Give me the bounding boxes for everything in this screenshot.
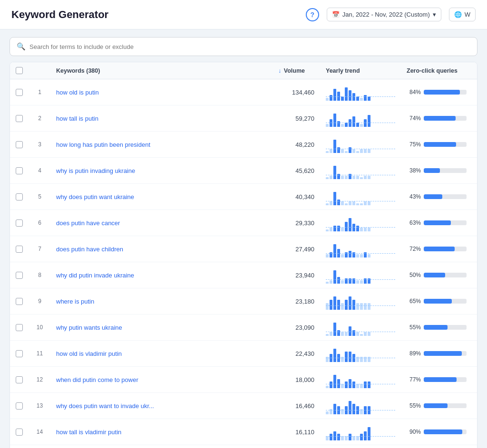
- trend-bar: [368, 176, 370, 179]
- row-checkbox[interactable]: [16, 298, 23, 305]
- zero-click-bar-bg: [424, 194, 467, 199]
- trend-bar: [330, 300, 332, 310]
- zero-click-bar-bg: [424, 429, 467, 434]
- trend-bar: [345, 123, 348, 127]
- row-checkbox[interactable]: [16, 115, 23, 122]
- row-checkbox[interactable]: [16, 219, 23, 227]
- calendar-icon: 📅: [332, 11, 340, 18]
- keyword-link[interactable]: where is putin: [56, 298, 94, 305]
- trend-cell: [320, 288, 401, 315]
- table-row: 7does putin have children27,49072%: [10, 236, 477, 262]
- keyword-link[interactable]: does putin have children: [56, 246, 123, 253]
- row-checkbox[interactable]: [16, 167, 23, 174]
- trend-bar: [368, 115, 370, 127]
- trend-bar: [368, 381, 370, 388]
- zero-click-pct: 50%: [407, 272, 421, 278]
- zero-click-pct: 77%: [407, 376, 421, 383]
- trend-bar: [326, 98, 329, 101]
- trend-bar: [337, 300, 340, 310]
- trend-bar: [360, 384, 363, 388]
- region-picker[interactable]: 🌐 W: [449, 8, 476, 21]
- trend-bar: [337, 147, 340, 153]
- keyword-link[interactable]: why did putin invade ukraine: [56, 272, 134, 279]
- trend-cell: [320, 419, 401, 445]
- zero-click-cell: 38%: [401, 158, 477, 184]
- trend-dashed-line: [326, 175, 395, 175]
- keyword-link[interactable]: how old is putin: [56, 89, 99, 96]
- trend-bar: [333, 296, 336, 310]
- trend-bar: [330, 434, 332, 440]
- trend-bar: [326, 151, 329, 153]
- trend-bar: [356, 176, 359, 179]
- keyword-link[interactable]: why is putin invading ukraine: [56, 167, 135, 174]
- row-number: 5: [29, 184, 50, 210]
- search-input[interactable]: [29, 43, 470, 50]
- row-checkbox[interactable]: [16, 193, 23, 200]
- zero-click-bar-fill: [424, 116, 456, 121]
- keyword-link[interactable]: how tall is vladimir putin: [56, 429, 121, 436]
- date-range-picker[interactable]: 📅 Jan, 2022 - Nov, 2022 (Custom) ▾: [327, 8, 441, 21]
- app-header: Keyword Generator ? 📅 Jan, 2022 - Nov, 2…: [0, 0, 487, 29]
- trend-bar: [349, 251, 351, 257]
- keywords-col-header[interactable]: Keywords (380): [50, 62, 273, 79]
- trend-bar: [333, 166, 336, 179]
- volume-value: 16,110: [273, 419, 320, 445]
- trend-bar: [349, 147, 351, 153]
- trend-bar: [330, 201, 332, 205]
- trend-cell: [320, 341, 401, 367]
- volume-value: 29,330: [273, 210, 320, 236]
- table-row: 9where is putin23,18065%: [10, 288, 477, 315]
- trend-bar: [341, 96, 344, 101]
- row-checkbox[interactable]: [16, 324, 23, 331]
- zero-click-cell: 74%: [401, 105, 477, 132]
- zero-click-pct: 75%: [407, 141, 421, 148]
- volume-value: 15,300: [273, 445, 320, 448]
- trend-bar: [368, 332, 370, 336]
- keyword-link[interactable]: how long has putin been president: [56, 141, 150, 148]
- row-checkbox[interactable]: [16, 272, 23, 279]
- trend-bar: [330, 381, 332, 388]
- trend-bar: [356, 384, 359, 388]
- trend-bar: [333, 192, 336, 205]
- trend-bar: [326, 282, 329, 284]
- zero-click-cell: 63%: [401, 210, 477, 236]
- trend-cell: [320, 445, 401, 448]
- trend-bar: [352, 300, 355, 310]
- globe-icon: 🌐: [454, 11, 462, 18]
- keyword-link[interactable]: how old is vladimir putin: [56, 350, 122, 357]
- trend-bar: [349, 326, 351, 336]
- trend-bar: [352, 176, 355, 179]
- zero-click-bar-bg: [424, 351, 467, 356]
- row-checkbox[interactable]: [16, 376, 23, 383]
- trend-bar: [360, 254, 363, 257]
- trend-bar: [330, 149, 332, 153]
- volume-col-header[interactable]: ↓ Volume: [273, 62, 320, 79]
- row-checkbox[interactable]: [16, 429, 23, 436]
- help-button[interactable]: ?: [306, 8, 319, 21]
- zero-click-bar-bg: [424, 220, 467, 225]
- keyword-link[interactable]: why does putin want to invade ukr...: [56, 402, 154, 410]
- row-checkbox[interactable]: [16, 141, 23, 148]
- keywords-table: Keywords (380) ↓ Volume Yearly trend Zer…: [10, 62, 477, 448]
- trend-bar: [330, 176, 332, 179]
- trend-bar: [333, 375, 336, 388]
- trend-dashed-line: [326, 279, 395, 280]
- trend-bar: [368, 303, 370, 310]
- trend-bar: [337, 330, 340, 336]
- trend-bar: [349, 218, 351, 231]
- keyword-link[interactable]: why putin wants ukraine: [56, 324, 122, 331]
- row-checkbox[interactable]: [16, 350, 23, 357]
- select-all-checkbox[interactable]: [16, 67, 23, 74]
- keyword-link[interactable]: does putin have cancer: [56, 219, 120, 227]
- row-checkbox[interactable]: [16, 402, 23, 410]
- trend-bar: [356, 332, 359, 336]
- keyword-link[interactable]: when did putin come to power: [56, 376, 138, 383]
- keyword-link[interactable]: why does putin want ukraine: [56, 193, 134, 200]
- row-checkbox[interactable]: [16, 246, 23, 253]
- trend-dashed-line: [326, 149, 395, 149]
- table-row: 3how long has putin been president48,220…: [10, 132, 477, 158]
- keyword-link[interactable]: how tall is putin: [56, 115, 98, 122]
- row-number: 2: [29, 105, 50, 132]
- row-checkbox[interactable]: [16, 89, 23, 96]
- trend-bar: [326, 303, 329, 310]
